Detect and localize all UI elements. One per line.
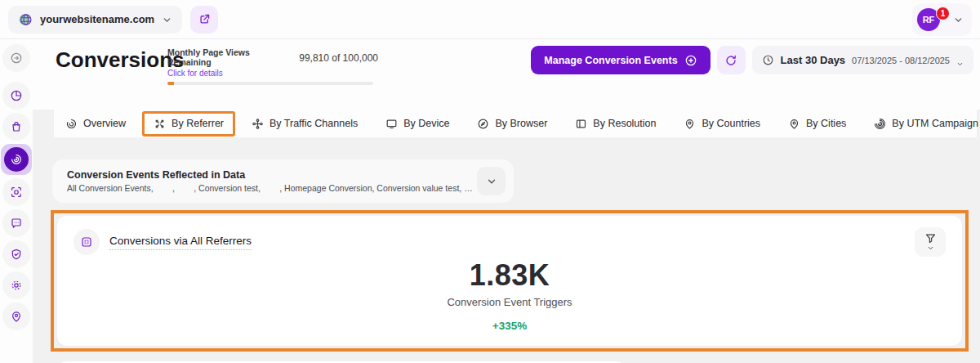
radar-icon <box>874 118 886 130</box>
open-website-button[interactable] <box>190 6 218 34</box>
date-range: 07/13/2025 - 08/12/2025 <box>852 56 950 65</box>
pageviews-details-link[interactable]: Click for details <box>167 69 296 78</box>
chevron-down-icon <box>486 176 497 187</box>
spiral-icon <box>10 153 23 166</box>
shopping-bag-icon <box>10 120 23 133</box>
page-header: Conversions Monthly Page Views Remaining… <box>33 39 980 110</box>
network-icon <box>252 118 264 130</box>
map-pin-icon <box>788 118 800 130</box>
conversion-delta: +335% <box>492 320 527 332</box>
notification-badge: 1 <box>936 7 950 20</box>
events-panel-title: Conversion Events Reflected in Data <box>67 169 477 181</box>
tab-overview[interactable]: Overview <box>54 111 137 137</box>
website-name: yourwebsitename.com <box>40 13 154 25</box>
external-link-icon <box>198 13 211 25</box>
sidebar-item-ecommerce[interactable] <box>2 113 30 141</box>
page-title: Conversions <box>56 47 185 73</box>
conversion-count-label: Conversion Event Triggers <box>447 296 572 308</box>
conversion-count: 1.83K <box>470 258 550 293</box>
sidebar-item-privacy[interactable] <box>2 240 30 268</box>
card-title[interactable]: Conversions via All Referrers <box>109 235 252 250</box>
tab-by-traffic-channels[interactable]: By Traffic Channels <box>240 111 369 137</box>
pie-chart-icon <box>10 89 23 102</box>
sidebar-item-conversions-active[interactable] <box>1 144 32 175</box>
content-area: Conversion Events Reflected in Data All … <box>33 137 980 363</box>
refresh-icon <box>724 54 737 67</box>
pageviews-label: Monthly Page Views Remaining <box>167 47 296 67</box>
topbar: yourwebsitename.com RF 1 <box>0 0 980 39</box>
avatar: RF 1 <box>917 8 940 31</box>
report-tabs: Overview By Referrer By Traffic Channels… <box>54 110 977 137</box>
gauge-spiral-icon <box>65 118 78 130</box>
tab-by-cities[interactable]: By Cities <box>777 111 858 137</box>
conversions-referrers-card: Conversions via All Referrers 1.83K Conv… <box>57 216 962 346</box>
globe-icon <box>18 12 33 27</box>
events-panel-subtitle: All Conversion Events, , , Conversion te… <box>67 183 477 193</box>
tab-by-resolution[interactable]: By Resolution <box>564 111 667 137</box>
plus-circle-icon <box>684 54 697 67</box>
pageviews-progressbar <box>167 82 373 85</box>
events-panel-expand-button[interactable] <box>477 167 506 195</box>
map-pin-icon <box>684 118 696 130</box>
manage-conversion-events-button[interactable]: Manage Conversion Events <box>531 46 710 74</box>
chevron-down-icon <box>927 244 934 252</box>
pageviews-progress-fill <box>167 82 174 85</box>
location-pin-icon <box>10 310 23 323</box>
date-preset: Last 30 Days <box>781 54 846 66</box>
focus-frame-icon <box>10 186 23 199</box>
sidebar-item-segments[interactable] <box>2 302 30 330</box>
tab-by-referrer[interactable]: By Referrer <box>142 111 235 137</box>
tab-by-browser[interactable]: By Browser <box>466 111 559 137</box>
grid-dots-icon <box>74 229 100 255</box>
tab-by-countries[interactable]: By Countries <box>672 111 772 137</box>
monitor-icon <box>385 118 398 130</box>
card-filter-button[interactable] <box>915 227 946 257</box>
sidebar-item-settings[interactable] <box>2 271 30 299</box>
sidebar-item-behavior[interactable] <box>2 178 30 206</box>
chevron-down-icon <box>956 56 964 64</box>
shield-check-icon <box>10 248 23 261</box>
chevron-down-icon <box>953 14 964 25</box>
layout-icon <box>575 118 587 130</box>
website-selector[interactable]: yourwebsitename.com <box>8 6 182 34</box>
collapse-arrow-icon[interactable] <box>2 44 30 72</box>
main-area: Conversions Monthly Page Views Remaining… <box>33 39 980 363</box>
chat-bubble-icon <box>10 217 23 230</box>
filter-funnel-icon <box>924 232 937 244</box>
account-menu[interactable]: RF 1 <box>912 3 972 36</box>
sidebar-item-dashboard[interactable] <box>2 82 30 110</box>
referrer-compass-icon <box>154 118 166 130</box>
sidebar-item-communication[interactable] <box>2 209 30 237</box>
tab-by-utm-campaign[interactable]: By UTM Campaign <box>862 111 980 137</box>
clock-icon <box>762 54 774 66</box>
refresh-button[interactable] <box>717 46 746 74</box>
gear-icon <box>10 279 23 292</box>
chevron-down-icon <box>162 14 172 25</box>
events-reflected-panel: Conversion Events Reflected in Data All … <box>52 159 514 203</box>
browser-compass-icon <box>477 118 489 130</box>
annotation-highlight: Conversions via All Referrers 1.83K Conv… <box>51 210 969 352</box>
tab-by-device[interactable]: By Device <box>374 111 461 137</box>
pageviews-value: 99,810 of 100,000 <box>299 52 378 64</box>
pageviews-widget: Monthly Page Views Remaining Click for d… <box>167 47 378 85</box>
sidebar <box>0 39 33 363</box>
date-range-picker[interactable]: Last 30 Days 07/13/2025 - 08/12/2025 <box>752 46 973 74</box>
